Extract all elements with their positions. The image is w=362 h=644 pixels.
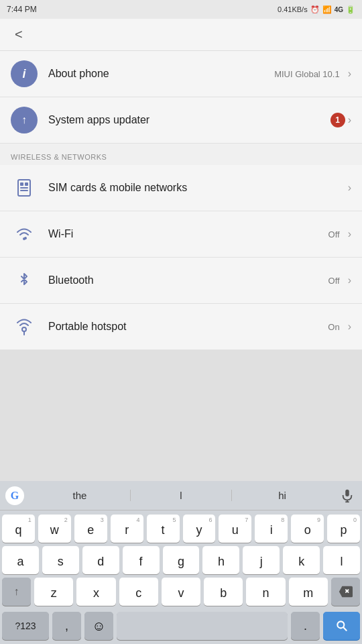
google-logo: G (0, 481, 29, 511)
backspace-key[interactable] (331, 578, 360, 606)
key-s[interactable]: s (42, 546, 79, 574)
key-m[interactable]: m (289, 578, 328, 606)
suggestion-3[interactable]: hi (232, 490, 333, 501)
about-phone-right: MIUI Global 10.1 › (274, 68, 351, 80)
settings-list: i About phone MIUI Global 10.1 › ↑ Syste… (0, 51, 362, 350)
hotspot-title: Portable hotspot (48, 321, 127, 332)
keyboard-bottom-row: ?123 , ☺ . (0, 612, 362, 644)
wifi-text: Wi-Fi (48, 228, 328, 240)
mic-button[interactable] (333, 481, 362, 511)
network-speed: 0.41KB/s (278, 5, 308, 13)
key-n[interactable]: n (246, 578, 285, 606)
key-x[interactable]: x (76, 578, 115, 606)
hotspot-chevron: › (348, 321, 351, 333)
wifi-title: Wi-Fi (48, 228, 73, 239)
sim-cards-chevron: › (348, 182, 351, 194)
key-v[interactable]: v (162, 578, 200, 606)
key-row-1: 1q 2w 3e 4r 5t 6y 7u 8i 9o 0p (2, 515, 360, 543)
bluetooth-chevron: › (348, 274, 351, 286)
key-o[interactable]: 9o (291, 515, 324, 543)
hotspot-text: Portable hotspot (48, 321, 328, 333)
suggestion-2[interactable]: l (131, 490, 232, 501)
key-h[interactable]: h (202, 546, 239, 574)
bluetooth-status: Off (328, 276, 340, 286)
key-e[interactable]: 3e (74, 515, 107, 543)
svg-rect-3 (20, 187, 28, 189)
space-key[interactable] (117, 612, 288, 640)
about-phone-text: About phone (48, 68, 274, 80)
system-apps-badge: 1 (330, 113, 345, 127)
key-t[interactable]: 5t (147, 515, 180, 543)
bluetooth-icon (11, 267, 38, 294)
key-row-2: a s d f g h j k l (2, 546, 360, 574)
hotspot-right: On › (328, 321, 351, 333)
wireless-networks-header: WIRELESS & NETWORKS (0, 144, 362, 165)
system-apps-icon: ↑ (11, 107, 38, 133)
key-k[interactable]: k (283, 546, 320, 574)
key-b[interactable]: b (204, 578, 243, 606)
num-key[interactable]: ?123 (2, 612, 49, 640)
key-c[interactable]: c (119, 578, 158, 606)
suggestion-1[interactable]: the (29, 490, 131, 501)
status-right: 0.41KB/s ⏰ 📶 4G 🔋 (278, 5, 355, 14)
svg-rect-8 (345, 489, 349, 496)
svg-rect-1 (20, 182, 23, 186)
wifi-right: Off › (328, 228, 351, 240)
sidebar-item-hotspot[interactable]: Portable hotspot On › (0, 304, 362, 350)
sim-cards-title: SIM cards & mobile networks (48, 182, 187, 193)
svg-point-5 (23, 237, 25, 240)
shift-key[interactable]: ↑ (2, 578, 31, 606)
key-r[interactable]: 4r (111, 515, 143, 543)
key-y[interactable]: 6y (183, 515, 216, 543)
key-u[interactable]: 7u (219, 515, 251, 543)
signal-icon: 📶 (322, 5, 332, 14)
hotspot-icon (11, 313, 38, 340)
bluetooth-title: Bluetooth (48, 274, 94, 286)
hotspot-status: On (328, 322, 339, 332)
key-g[interactable]: g (163, 546, 200, 574)
back-button[interactable]: < (9, 24, 28, 45)
key-f[interactable]: f (123, 546, 160, 574)
system-apps-chevron: › (348, 114, 351, 126)
key-p[interactable]: 0p (327, 515, 360, 543)
sim-cards-text: SIM cards & mobile networks (48, 182, 348, 194)
sidebar-item-about-phone[interactable]: i About phone MIUI Global 10.1 › (0, 51, 362, 97)
key-d[interactable]: d (82, 546, 119, 574)
sidebar-item-wifi[interactable]: Wi-Fi Off › (0, 211, 362, 258)
sidebar-item-sim-cards[interactable]: SIM cards & mobile networks › (0, 165, 362, 211)
bluetooth-right: Off › (328, 274, 351, 286)
status-bar: 7:44 PM 0.41KB/s ⏰ 📶 4G 🔋 (0, 0, 362, 19)
about-phone-title: About phone (48, 68, 109, 79)
key-a[interactable]: a (2, 546, 39, 574)
key-i[interactable]: 8i (255, 515, 288, 543)
wifi-icon (11, 221, 38, 248)
key-j[interactable]: j (243, 546, 280, 574)
sidebar-item-system-apps-updater[interactable]: ↑ System apps updater 1 › (0, 97, 362, 144)
system-apps-right: 1 › (330, 113, 351, 127)
period-key[interactable]: . (291, 612, 320, 640)
sidebar-item-bluetooth[interactable]: Bluetooth Off › (0, 258, 362, 304)
comma-key[interactable]: , (52, 612, 81, 640)
system-apps-text: System apps updater (48, 114, 330, 126)
key-w[interactable]: 2w (38, 515, 71, 543)
key-l[interactable]: l (323, 546, 360, 574)
key-row-3: ↑ z x c v b n m (2, 578, 360, 606)
system-apps-title: System apps updater (48, 114, 149, 125)
emoji-key[interactable]: ☺ (84, 612, 113, 640)
search-key[interactable] (323, 612, 360, 640)
wifi-chevron: › (348, 228, 351, 240)
about-phone-icon: i (11, 60, 38, 87)
bluetooth-text: Bluetooth (48, 274, 328, 286)
svg-rect-4 (20, 190, 28, 191)
key-q[interactable]: 1q (2, 515, 35, 543)
alarm-icon: ⏰ (310, 5, 320, 14)
wifi-status: Off (328, 229, 340, 239)
about-phone-chevron: › (348, 68, 351, 80)
svg-line-14 (343, 627, 347, 631)
key-z[interactable]: z (34, 578, 73, 606)
sim-cards-right: › (348, 182, 351, 194)
search-bar: < (0, 19, 362, 51)
status-time: 7:44 PM (7, 5, 37, 14)
keyboard: G the l hi 1q 2w 3e 4r 5t 6y 7u 8i (0, 481, 362, 644)
svg-rect-2 (25, 182, 28, 186)
